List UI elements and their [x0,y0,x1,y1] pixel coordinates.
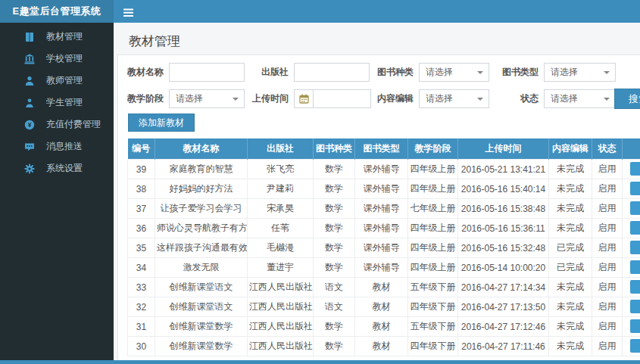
cell: 四年级上册 [408,238,458,258]
calendar-icon[interactable] [294,89,314,108]
bottom-bar [0,360,640,364]
column-header: 出版社 [248,138,314,160]
status-select[interactable]: 请选择 [544,89,616,108]
status-value: 请选择 [551,92,578,105]
cell: 30 [128,337,155,356]
add-textbook-button[interactable]: 添加新教材 [128,114,195,132]
filter-upload-time: 上传时间 [252,89,371,108]
cell: 2016-05-21 13:41:21 [458,160,549,179]
cell: 让孩子爱学习会学习 [155,199,248,219]
cell: 未完成 [549,297,592,317]
cell: 数学 [314,258,355,278]
cell: 36 [128,219,155,238]
cell: 启用 [592,258,623,278]
book-category-select[interactable]: 请选择 [419,63,489,82]
row-action-button[interactable] [630,280,640,294]
search-button[interactable]: 搜索 [614,89,640,109]
row-action-button[interactable] [630,260,640,274]
cell: 张飞亮 [248,160,314,179]
cell: 激发无限 [155,258,248,278]
cell: 37 [128,199,155,219]
school-icon [24,54,35,64]
cell: 31 [128,317,155,337]
row-action-button[interactable] [630,319,640,333]
cell: 江西人民出版社 [248,337,314,356]
cell: 启用 [592,337,623,356]
textbook-name-input[interactable] [169,63,245,82]
sidebar-item-messages[interactable]: 消息推送 [0,135,114,157]
cell: 宋承昊 [248,199,314,219]
sidebar-item-schools[interactable]: 学校管理 [0,48,114,70]
cell: 语文 [314,278,355,297]
cell: 教材 [355,278,408,297]
filter-book-type: 图书类型 请选择 [502,62,616,82]
cell: 34 [128,258,155,278]
row-action-button[interactable] [630,162,640,176]
cell: 启用 [592,219,623,238]
content-editor-select[interactable]: 请选择 [419,89,489,108]
cell: 教材 [355,337,408,356]
cell: 课外辅导 [355,238,408,258]
app-logo[interactable]: E趣堂后台管理系统 [0,0,114,23]
cell: 课外辅导 [355,258,408,278]
upload-time-input[interactable] [314,89,371,108]
sidebar-item-students[interactable]: 学生管理 [0,92,114,114]
cell: 2016-05-16 15:38:48 [458,199,549,219]
cell: 四年级上册 [408,219,458,238]
sidebar-item-payments[interactable]: ¥ 充值付费管理 [0,114,114,135]
cell: 四年级上册 [408,160,458,179]
table-row: 37让孩子爱学习会学习宋承昊数学课外辅导七年级上册2016-05-16 15:3… [128,199,640,219]
sidebar-item-settings[interactable]: 系统设置 [0,157,114,179]
table-row: 31创维新课堂数学江西人民出版社数学教材五年级下册2016-04-27 17:1… [128,317,640,337]
teaching-stage-select[interactable]: 请选择 [169,89,245,108]
student-icon [24,98,35,108]
column-header: 图书类型 [355,138,408,160]
payment-icon: ¥ [24,120,35,130]
table-row: 32创维新课堂语文江西人民出版社语文教材四年级下册2016-04-27 17:1… [128,297,640,317]
chevron-down-icon [604,71,610,74]
chevron-down-icon [604,98,610,101]
hamburger-icon[interactable] [123,7,134,16]
cell: 启用 [592,179,623,199]
cell: 课外辅导 [355,160,408,179]
cell: 这样跟孩子沟通最有效 [155,238,248,258]
sidebar-item-teachers[interactable]: 教师管理 [0,70,114,92]
cell: 2016-04-27 17:12:46 [458,317,549,337]
chevron-down-icon [477,71,483,74]
cell: 江西人民出版社 [248,278,314,297]
row-action-button[interactable] [630,300,640,313]
column-header: 状态 [592,138,623,160]
book-type-select[interactable]: 请选择 [544,63,616,82]
action-cell [623,297,640,317]
row-action-button[interactable] [630,241,640,254]
cell: 未完成 [549,160,592,179]
cell: 创维新课堂语文 [155,297,248,317]
cell: 七年级上册 [408,199,458,219]
row-action-button[interactable] [630,221,640,235]
content-editor-label: 内容编辑 [377,92,414,105]
cell: 五年级下册 [408,317,458,337]
table-row: 33创维新课堂语文江西人民出版社语文教材五年级下册2016-04-27 17:1… [128,278,640,297]
cell: 未完成 [549,179,592,199]
top-navbar [114,0,640,23]
cell: 尹建莉 [248,179,314,199]
publisher-label: 出版社 [252,66,289,79]
cell: 启用 [592,297,623,317]
cell: 2016-05-16 15:32:48 [458,238,549,258]
svg-text:¥: ¥ [28,121,32,129]
publisher-input[interactable] [294,63,370,82]
cell: 35 [128,238,155,258]
status-label: 状态 [502,92,539,105]
cell: 32 [128,297,155,317]
teaching-stage-label: 教学阶段 [127,92,164,105]
filter-book-category: 图书种类 请选择 [377,62,489,82]
row-action-button[interactable] [630,201,640,215]
table-row: 39家庭教育的智慧张飞亮数学课外辅导四年级上册2016-05-21 13:41:… [128,160,640,179]
row-action-button[interactable] [630,182,640,195]
sidebar-item-label: 充值付费管理 [46,118,101,131]
book-category-value: 请选择 [426,66,453,79]
row-action-button[interactable] [630,339,640,353]
page-title: 教材管理 [114,23,640,50]
cell: 2016-04-27 17:13:50 [458,297,549,317]
sidebar-item-textbooks[interactable]: 教材管理 [0,26,114,48]
